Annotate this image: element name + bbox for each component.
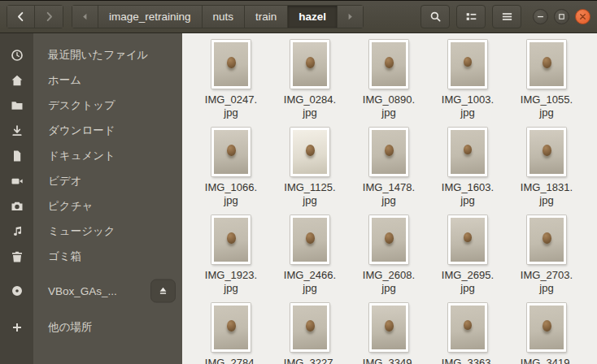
sidebar-item-desktop[interactable]: デスクトップ (0, 93, 182, 118)
file-grid: IMG_0247.jpg IMG_0284.jpg IMG_0890.jpg I… (194, 40, 597, 364)
file-item[interactable]: IMG_0890.jpg (351, 40, 426, 128)
breadcrumb-hazel[interactable]: hazel (288, 5, 338, 28)
file-thumbnail (290, 303, 329, 352)
nav-button-group (7, 5, 63, 28)
file-name: IMG_2703.jpg (521, 269, 573, 295)
pathbar-scroll-left-button[interactable] (72, 5, 98, 28)
file-item[interactable]: IMG_0247.jpg (194, 40, 268, 128)
maximize-button[interactable] (554, 9, 569, 24)
hazelnut-photo (464, 232, 472, 242)
hazelnut-photo (227, 320, 236, 332)
chevron-right-icon (43, 11, 55, 23)
download-icon (0, 124, 33, 137)
hazelnut-photo (227, 145, 236, 156)
headerbar: image_retrainingnutstrainhazel (0, 0, 597, 33)
close-button[interactable] (575, 9, 590, 24)
file-thumbnail (211, 128, 251, 176)
breadcrumb-nuts[interactable]: nuts (203, 5, 246, 28)
search-button[interactable] (421, 5, 450, 28)
hazelnut-photo (543, 145, 551, 156)
sidebar-item-videos[interactable]: ビデオ (0, 168, 182, 193)
sidebar-item-trash[interactable]: ゴミ箱 (0, 244, 182, 269)
sidebar-item-label: 最近開いたファイル (33, 48, 148, 63)
sidebar-item-home[interactable]: ホーム (0, 67, 182, 93)
sidebar-item-other-locations[interactable]: 他の場所 (0, 313, 182, 342)
hazelnut-photo (385, 232, 394, 244)
file-name: IMG_1055.jpg (521, 93, 573, 119)
hamburger-icon (501, 11, 513, 23)
hazelnut-photo (306, 320, 315, 332)
plus-icon (0, 321, 33, 334)
file-name: IMG_3419.jpg (521, 357, 573, 364)
sidebar-item-vbox-gas[interactable]: VBox_GAs_... (0, 276, 182, 306)
file-thumbnail (527, 128, 566, 176)
breadcrumb-train[interactable]: train (245, 5, 288, 28)
file-thumbnail (369, 215, 408, 264)
minimize-icon (536, 12, 545, 21)
file-name: IMG_0890.jpg (363, 93, 415, 119)
content-area: IMG_0247.jpg IMG_0284.jpg IMG_0890.jpg I… (182, 33, 597, 364)
file-name: IMG_1125.jpg (284, 181, 335, 207)
file-item[interactable]: IMG_0284.jpg (272, 40, 347, 128)
file-item[interactable]: IMG_1055.jpg (509, 40, 584, 128)
hazelnut-photo (385, 57, 394, 68)
file-thumbnail (369, 128, 408, 176)
file-item[interactable]: IMG_3349.jpg (351, 303, 426, 364)
file-item[interactable]: IMG_1003.jpg (430, 40, 505, 128)
file-item[interactable]: IMG_1831.jpg (509, 128, 584, 215)
file-name: IMG_0284.jpg (284, 93, 336, 119)
file-manager-window: image_retrainingnutstrainhazel 最近開いたファイル… (0, 0, 597, 364)
file-name: IMG_3349.jpg (363, 357, 415, 364)
file-name: IMG_2466.jpg (284, 269, 336, 295)
hazelnut-photo (306, 232, 315, 244)
file-thumbnail (448, 215, 487, 264)
sidebar-item-recent[interactable]: 最近開いたファイル (0, 42, 182, 67)
sidebar-list: 最近開いたファイル ホーム デスクトップ ダウンロード ドキュメント ビデオ ピ… (0, 42, 182, 342)
file-item[interactable]: IMG_1066.jpg (194, 128, 268, 215)
file-item[interactable]: IMG_2703.jpg (509, 215, 584, 303)
file-item[interactable]: IMG_1125.jpg (272, 128, 347, 215)
file-name: IMG_3363.jpg (442, 357, 494, 364)
sidebar-item-label: 他の場所 (33, 320, 92, 335)
file-item[interactable]: IMG_3363.jpg (430, 303, 505, 364)
file-item[interactable]: IMG_2695.jpg (430, 215, 505, 303)
pathbar-scroll-right-button[interactable] (338, 5, 364, 28)
sidebar-item-downloads[interactable]: ダウンロード (0, 118, 182, 143)
sidebar-item-music[interactable]: ミュージック (0, 219, 182, 244)
triangle-left-icon (79, 11, 91, 23)
back-button[interactable] (7, 5, 35, 28)
file-name: IMG_1478.jpg (363, 181, 415, 207)
optical-disc-icon (0, 284, 33, 297)
forward-button[interactable] (35, 5, 63, 28)
sidebar-item-label: ダウンロード (33, 124, 115, 138)
clock-icon (0, 49, 33, 62)
file-item[interactable]: IMG_2608.jpg (351, 215, 426, 303)
breadcrumb-image_retraining[interactable]: image_retraining (98, 5, 203, 28)
view-toggle-button[interactable] (456, 5, 486, 28)
eject-button[interactable] (150, 280, 176, 303)
hazelnut-photo (464, 57, 472, 67)
file-thumbnail (290, 40, 329, 89)
menu-button[interactable] (492, 5, 521, 28)
file-item[interactable]: IMG_3227.jpg (272, 303, 347, 364)
sidebar-item-label: ミュージック (33, 224, 115, 239)
file-item[interactable]: IMG_2784.jpg (194, 303, 268, 364)
file-thumbnail (369, 40, 408, 89)
minimize-button[interactable] (533, 9, 548, 24)
sidebar-item-label: ピクチャ (33, 199, 93, 214)
sidebar-item-documents[interactable]: ドキュメント (0, 143, 182, 168)
file-item[interactable]: IMG_1478.jpg (351, 128, 426, 215)
file-thumbnail (527, 40, 566, 89)
chevron-left-icon (15, 11, 27, 23)
file-item[interactable]: IMG_1603.jpg (430, 128, 505, 215)
file-item[interactable]: IMG_3419.jpg (509, 303, 584, 364)
file-item[interactable]: IMG_2466.jpg (272, 215, 347, 303)
file-thumbnail (369, 303, 408, 352)
sidebar-item-pictures[interactable]: ピクチャ (0, 193, 182, 219)
file-thumbnail (211, 215, 251, 264)
file-item[interactable]: IMG_1923.jpg (194, 215, 268, 303)
file-thumbnail (290, 128, 329, 176)
file-name: IMG_1603.jpg (442, 181, 494, 207)
file-thumbnail (527, 303, 566, 352)
file-thumbnail (448, 40, 487, 89)
